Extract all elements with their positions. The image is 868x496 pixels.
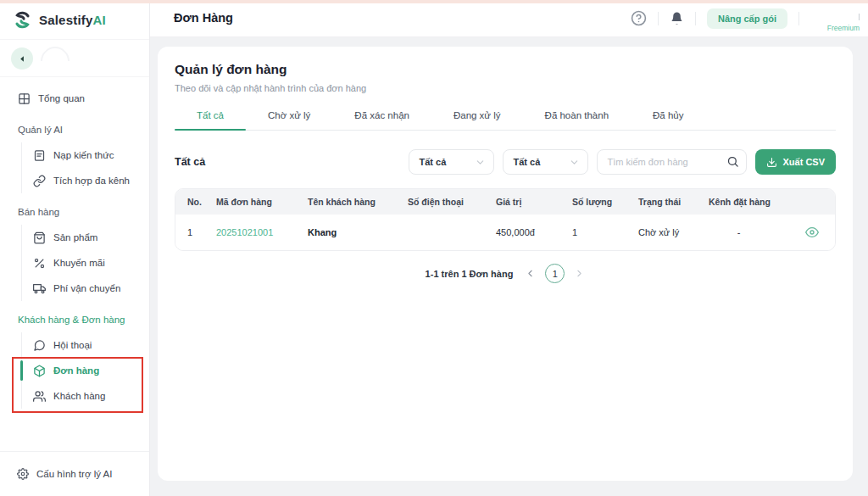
sidebar-group-customers-orders: Hội thoại Đơn hàng Khách hàng — [21, 332, 149, 409]
sidebar-nav: Tổng quan Quản lý AI Nạp kiến thức Tích … — [0, 77, 149, 409]
sidebar-group-sales: Sản phẩm Khuyến mãi Phí vận chuyển — [21, 225, 149, 301]
list-section-title: Tất cả — [175, 156, 205, 168]
table-row: 1 20251021001 Khang 450,000đ 1 Chờ xử lý… — [175, 215, 835, 250]
sidebar-collapse-button[interactable] — [11, 47, 33, 70]
package-icon — [33, 365, 46, 377]
cell-quantity: 1 — [572, 227, 638, 237]
book-icon — [33, 149, 46, 162]
export-csv-button[interactable]: Xuất CSV — [755, 149, 836, 175]
cell-value: 450,000đ — [496, 227, 572, 237]
notifications-button[interactable] — [670, 11, 684, 25]
sidebar-item-ai-assistant-config[interactable]: Cấu hình trợ lý AI — [17, 465, 149, 482]
plan-badge[interactable]: Freemium — [810, 4, 860, 33]
window-top-border — [0, 0, 868, 3]
tab-completed[interactable]: Đã hoàn thành — [523, 110, 631, 130]
bell-icon — [670, 11, 684, 25]
gear-icon — [17, 468, 29, 480]
cell-actions — [789, 224, 835, 241]
avatar-placeholder — [35, 41, 75, 81]
pagination-next-button[interactable] — [574, 268, 585, 279]
sidebar-item-label: Khách hàng — [53, 391, 105, 401]
sidebar-item-integrations[interactable]: Tích hợp đa kênh — [22, 168, 149, 193]
channel-filter-value: Tất cả — [513, 157, 569, 167]
tab-all[interactable]: Tất cả — [175, 110, 246, 130]
shopping-bag-icon — [33, 231, 46, 244]
brand-logo[interactable]: SalestifyAI — [0, 0, 149, 40]
pagination-prev-button[interactable] — [525, 268, 536, 279]
col-value: Giá trị — [496, 197, 572, 207]
pagination-summary: 1-1 trên 1 Đơn hàng — [426, 269, 514, 279]
tab-processing[interactable]: Đang xử lý — [431, 110, 523, 130]
pagination-page-1[interactable]: 1 — [545, 264, 565, 283]
brand-suffix: AI — [93, 13, 106, 27]
top-header: Đơn Hàng Nâng cấp gói Freemium — [150, 0, 868, 37]
users-icon — [33, 390, 46, 403]
sidebar-item-orders[interactable]: Đơn hàng — [22, 358, 149, 383]
sidebar-item-promotions[interactable]: Khuyến mãi — [22, 250, 149, 276]
sidebar-item-products[interactable]: Sản phẩm — [22, 225, 149, 250]
chevron-down-icon — [569, 157, 580, 168]
plan-indicator-mark — [859, 14, 860, 20]
chevron-left-icon — [525, 268, 536, 279]
channel-filter-select[interactable]: Tất cả — [503, 149, 588, 175]
header-divider — [658, 12, 659, 25]
status-tabs: Tất cả Chờ xử lý Đã xác nhận Đang xử lý … — [175, 110, 836, 131]
sidebar-section-ai: Quản lý AI — [0, 117, 149, 142]
sidebar-item-conversations[interactable]: Hội thoại — [22, 332, 149, 358]
help-button[interactable] — [631, 10, 647, 26]
filter-controls: Tất cả Tất cả Xuất CSV — [409, 149, 836, 175]
page-subtitle: Theo dõi và cập nhật hành trình của đơn … — [175, 83, 836, 93]
search-icon[interactable] — [726, 155, 739, 168]
orders-card: Quản lý đơn hàng Theo dõi và cập nhật hà… — [158, 47, 853, 481]
sidebar-item-customers[interactable]: Khách hàng — [22, 383, 149, 409]
export-csv-label: Xuất CSV — [782, 157, 825, 167]
pagination: 1-1 trên 1 Đơn hàng 1 — [175, 264, 836, 283]
sidebar-item-overview[interactable]: Tổng quan — [0, 86, 149, 111]
tab-confirmed[interactable]: Đã xác nhận — [332, 110, 431, 130]
cell-order-id-link[interactable]: 20251021001 — [216, 227, 308, 237]
chevron-right-icon — [574, 268, 585, 279]
chevron-down-icon — [475, 157, 486, 168]
brand-logo-icon — [13, 10, 32, 30]
cell-no: 1 — [175, 227, 216, 237]
sidebar-section-customers-orders: Khách hàng & Đơn hàng — [0, 307, 149, 332]
tab-pending[interactable]: Chờ xử lý — [246, 110, 332, 130]
header-actions: Nâng cấp gói Freemium — [631, 0, 860, 36]
truck-icon — [33, 282, 46, 295]
col-status: Trạng thái — [638, 197, 709, 207]
sidebar-footer: Cấu hình trợ lý AI — [0, 451, 149, 484]
sidebar-item-label: Sản phẩm — [53, 232, 97, 242]
filter-row: Tất cả Tất cả Tất cả Xuất CSV — [175, 149, 836, 175]
grid-icon — [18, 92, 31, 105]
sidebar-item-label: Nạp kiến thức — [53, 150, 114, 160]
col-no: No. — [175, 197, 216, 207]
percent-icon — [33, 257, 46, 270]
order-search-input[interactable] — [597, 149, 747, 175]
sidebar-item-label: Cấu hình trợ lý AI — [36, 469, 112, 479]
chevron-left-icon — [18, 54, 27, 64]
col-customer: Tên khách hàng — [308, 197, 408, 207]
sidebar-item-label: Đơn hàng — [53, 365, 99, 376]
sidebar-item-label: Khuyến mãi — [53, 258, 105, 268]
sidebar-item-label: Phí vận chuyển — [53, 283, 120, 293]
header-divider — [695, 12, 696, 25]
col-channel: Kênh đặt hàng — [709, 197, 789, 207]
sidebar-item-label: Tích hợp đa kênh — [53, 176, 130, 186]
sidebar-item-knowledge[interactable]: Nạp kiến thức — [22, 142, 149, 168]
status-filter-select[interactable]: Tất cả — [409, 149, 494, 175]
sidebar-group-ai: Nạp kiến thức Tích hợp đa kênh — [21, 142, 149, 193]
view-order-button[interactable] — [804, 224, 821, 241]
sidebar-collapse-row — [0, 40, 149, 77]
tab-cancelled[interactable]: Đã hủy — [631, 110, 705, 130]
cell-channel: - — [709, 227, 789, 237]
sidebar-item-shipping-fees[interactable]: Phí vận chuyển — [22, 276, 149, 301]
page-title: Quản lý đơn hàng — [175, 62, 836, 77]
upgrade-plan-button[interactable]: Nâng cấp gói — [707, 8, 787, 29]
chat-icon — [33, 339, 46, 352]
status-filter-value: Tất cả — [419, 157, 475, 167]
eye-icon — [805, 226, 819, 239]
header-divider — [798, 12, 799, 25]
help-icon — [631, 10, 647, 26]
cell-customer: Khang — [308, 227, 408, 237]
link-icon — [33, 175, 46, 187]
